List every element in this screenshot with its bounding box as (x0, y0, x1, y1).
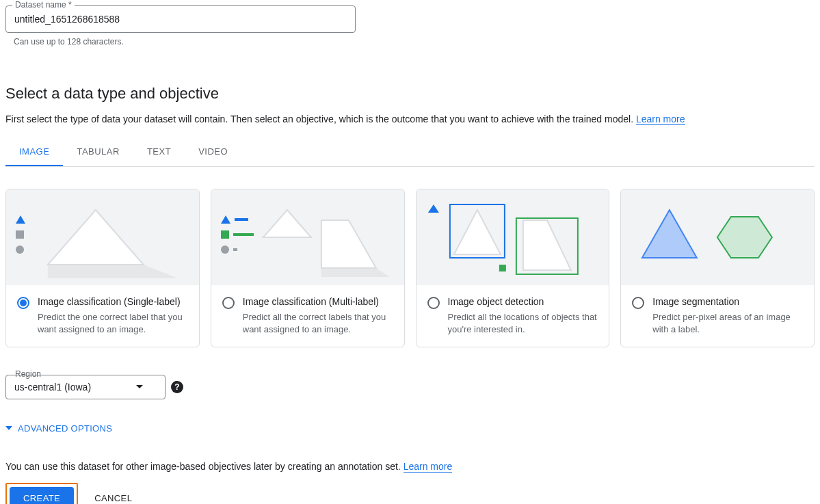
dataset-name-field: Dataset name * (5, 5, 356, 33)
radio-multi-label[interactable] (222, 297, 235, 309)
tab-tabular[interactable]: TABULAR (63, 138, 133, 166)
section-desc-text: First select the type of data your datas… (5, 114, 633, 124)
data-type-tabs: IMAGE TABULAR TEXT VIDEO (5, 138, 815, 167)
footer-note: You can use this dataset for other image… (5, 461, 815, 472)
card-desc: Predict all the locations of objects tha… (448, 311, 598, 336)
svg-marker-12 (717, 217, 772, 258)
card-illustration (211, 189, 404, 285)
svg-marker-4 (321, 268, 390, 277)
line-icon (235, 218, 248, 221)
section-desc: First select the type of data your datas… (5, 114, 815, 124)
svg-marker-0 (48, 210, 144, 265)
learn-more-link[interactable]: Learn more (636, 114, 685, 125)
card-desc: Predict the one correct label that you w… (38, 311, 188, 336)
region-row: Region us-central1 (Iowa) ? (5, 375, 815, 399)
triangle-icon (16, 215, 25, 224)
chevron-down-icon (5, 426, 12, 430)
line-icon (233, 248, 237, 251)
legend (221, 215, 254, 254)
card-object-detection[interactable]: Image object detection Predict all the l… (416, 189, 610, 347)
dataset-name-label: Dataset name * (12, 0, 75, 10)
dataset-name-helper: Can use up to 128 characters. (14, 37, 815, 47)
advanced-options-toggle[interactable]: ADVANCED OPTIONS (5, 423, 112, 434)
svg-marker-2 (263, 210, 311, 237)
create-button-highlight: CREATE (5, 483, 78, 504)
legend (16, 215, 25, 254)
card-title: Image classification (Single-label) (38, 296, 188, 307)
tab-image[interactable]: IMAGE (5, 138, 63, 166)
region-value: us-central1 (Iowa) (14, 382, 91, 393)
help-icon[interactable]: ? (171, 381, 183, 393)
line-icon (233, 233, 254, 236)
svg-marker-3 (321, 220, 376, 268)
square-icon (16, 230, 24, 239)
svg-marker-11 (642, 210, 697, 258)
card-illustration (6, 189, 199, 285)
radio-object-detection[interactable] (427, 297, 440, 309)
footer-note-text: You can use this dataset for other image… (5, 461, 401, 472)
square-icon (221, 230, 229, 239)
tab-video[interactable]: VIDEO (185, 138, 241, 166)
action-buttons: CREATE CANCEL (5, 483, 815, 504)
card-segmentation[interactable]: Image segmentation Predict per-pixel are… (620, 189, 815, 347)
section-title: Select a data type and objective (5, 85, 815, 103)
card-illustration (416, 189, 609, 285)
svg-marker-1 (48, 265, 178, 278)
tab-text[interactable]: TEXT (133, 138, 185, 166)
cancel-button[interactable]: CANCEL (88, 487, 139, 504)
card-single-label[interactable]: Image classification (Single-label) Pred… (5, 189, 200, 347)
card-illustration (621, 189, 814, 285)
triangle-icon (221, 215, 230, 224)
radio-single-label[interactable] (17, 297, 29, 309)
footer-learn-more-link[interactable]: Learn more (404, 461, 453, 473)
svg-marker-9 (427, 204, 438, 213)
svg-marker-8 (523, 220, 570, 270)
create-button[interactable]: CREATE (10, 487, 74, 504)
advanced-options-label: ADVANCED OPTIONS (18, 423, 112, 434)
dataset-name-input[interactable] (5, 5, 356, 33)
card-title: Image classification (Multi-label) (243, 296, 393, 307)
card-multi-label[interactable]: Image classification (Multi-label) Predi… (211, 189, 405, 347)
circle-icon (16, 246, 24, 254)
card-title: Image object detection (448, 296, 598, 307)
card-desc: Predict all the correct labels that you … (243, 311, 393, 336)
chevron-down-icon (136, 385, 143, 388)
objective-cards: Image classification (Single-label) Pred… (5, 189, 815, 347)
circle-icon (221, 246, 229, 254)
card-title: Image segmentation (652, 296, 803, 307)
radio-segmentation[interactable] (632, 297, 644, 309)
svg-marker-6 (453, 210, 500, 254)
svg-rect-10 (499, 265, 505, 271)
card-desc: Predict per-pixel areas of an image with… (652, 311, 803, 336)
region-select[interactable]: us-central1 (Iowa) (5, 375, 166, 399)
